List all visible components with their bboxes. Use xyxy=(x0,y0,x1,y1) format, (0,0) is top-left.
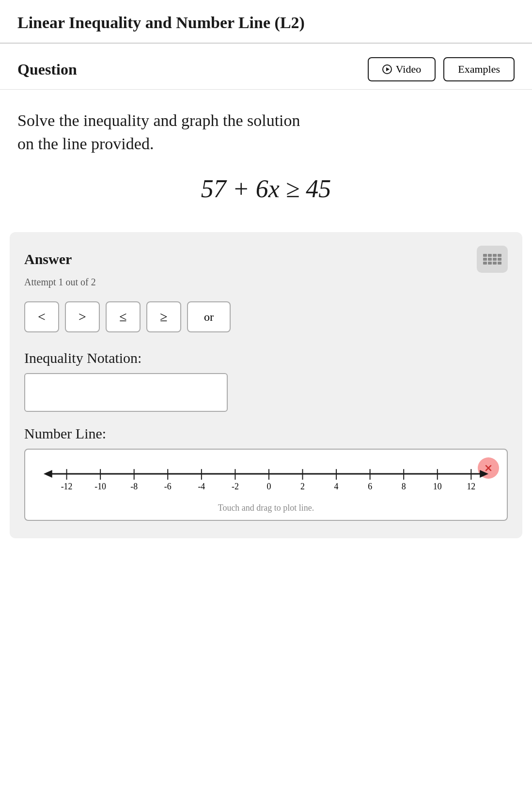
symbol-buttons: < > ≤ ≥ or xyxy=(24,301,508,332)
number-line-svg[interactable]: -12 -10 -8 -6 -4 xyxy=(35,459,497,498)
instruction-line2: on the line provided. xyxy=(17,135,154,153)
video-button[interactable]: Video xyxy=(368,57,436,81)
answer-title: Answer xyxy=(24,251,72,267)
less-than-equal-button[interactable]: ≤ xyxy=(106,301,141,332)
question-header: Question Video Examples xyxy=(0,44,532,90)
svg-text:-6: -6 xyxy=(164,482,172,491)
svg-text:-2: -2 xyxy=(232,482,239,491)
question-label: Question xyxy=(17,61,358,78)
inequality-notation-input[interactable] xyxy=(24,373,228,412)
play-icon xyxy=(382,64,392,74)
svg-text:0: 0 xyxy=(266,482,271,491)
number-line-section: Number Line: xyxy=(24,425,508,521)
video-label: Video xyxy=(396,63,421,76)
header-buttons: Video Examples xyxy=(368,57,515,81)
svg-text:-12: -12 xyxy=(61,482,73,491)
svg-text:6: 6 xyxy=(368,482,372,491)
drag-hint: Touch and drag to plot line. xyxy=(35,503,497,513)
examples-button[interactable]: Examples xyxy=(443,57,515,81)
svg-marker-1 xyxy=(386,67,390,71)
title-bar: Linear Inequality and Number Line (L2) xyxy=(0,0,532,44)
greater-than-button[interactable]: > xyxy=(65,301,100,332)
problem-instruction: Solve the inequality and graph the solut… xyxy=(17,109,515,155)
number-line-box[interactable]: -12 -10 -8 -6 -4 xyxy=(24,449,508,521)
keyboard-button[interactable] xyxy=(477,246,508,273)
svg-text:12: 12 xyxy=(467,482,475,491)
instruction-line1: Solve the inequality and graph the solut… xyxy=(17,111,300,129)
answer-header-row: Answer xyxy=(24,246,508,273)
page-title: Linear Inequality and Number Line (L2) xyxy=(17,14,515,32)
number-line-label: Number Line: xyxy=(24,425,508,442)
svg-text:-8: -8 xyxy=(130,482,138,491)
svg-text:10: 10 xyxy=(433,482,442,491)
examples-label: Examples xyxy=(458,63,500,76)
equation-display: 57 + 6x ≥ 45 xyxy=(17,174,515,203)
attempt-text: Attempt 1 out of 2 xyxy=(24,277,508,288)
problem-section: Solve the inequality and graph the solut… xyxy=(0,90,532,232)
greater-than-equal-button[interactable]: ≥ xyxy=(146,301,181,332)
page-wrapper: Linear Inequality and Number Line (L2) Q… xyxy=(0,0,532,798)
inequality-notation-label: Inequality Notation: xyxy=(24,350,508,366)
or-button[interactable]: or xyxy=(187,301,231,332)
svg-marker-7 xyxy=(480,470,488,478)
inequality-notation-section: Inequality Notation: xyxy=(24,350,508,412)
keyboard-icon xyxy=(483,254,501,265)
svg-text:-10: -10 xyxy=(94,482,106,491)
equation-text: 57 + 6x ≥ 45 xyxy=(201,175,331,203)
less-than-button[interactable]: < xyxy=(24,301,59,332)
svg-text:8: 8 xyxy=(402,482,406,491)
svg-marker-6 xyxy=(44,470,52,478)
svg-text:-4: -4 xyxy=(198,482,205,491)
answer-section: Answer Attempt 1 out of 2 xyxy=(10,232,522,538)
svg-text:2: 2 xyxy=(300,482,305,491)
number-line-canvas[interactable]: -12 -10 -8 -6 -4 xyxy=(35,459,497,498)
svg-text:4: 4 xyxy=(334,482,339,491)
